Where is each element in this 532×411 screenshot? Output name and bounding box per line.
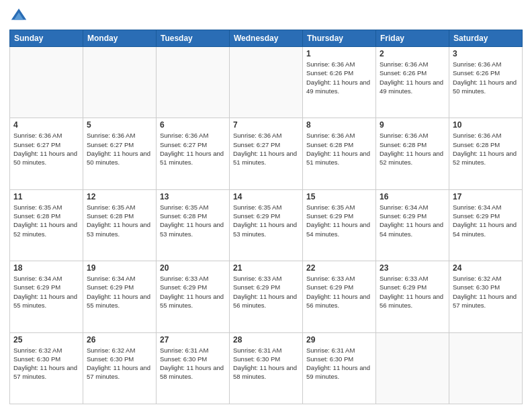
day-number: 9 [380, 120, 445, 130]
day-number: 17 [453, 192, 519, 201]
day-info: Sunrise: 6:36 AM Sunset: 6:27 PM Dayligh… [13, 131, 79, 167]
day-info: Sunrise: 6:36 AM Sunset: 6:26 PM Dayligh… [306, 60, 372, 95]
col-header-thursday: Thursday [303, 30, 376, 47]
day-info: Sunrise: 6:35 AM Sunset: 6:28 PM Dayligh… [13, 203, 79, 238]
calendar-cell: 14Sunrise: 6:35 AM Sunset: 6:29 PM Dayli… [230, 189, 303, 261]
day-info: Sunrise: 6:32 AM Sunset: 6:30 PM Dayligh… [87, 346, 152, 381]
calendar-cell: 10Sunrise: 6:36 AM Sunset: 6:28 PM Dayli… [449, 118, 523, 189]
day-info: Sunrise: 6:31 AM Sunset: 6:30 PM Dayligh… [233, 346, 299, 381]
calendar-cell: 18Sunrise: 6:34 AM Sunset: 6:29 PM Dayli… [10, 261, 83, 332]
day-number: 14 [233, 192, 299, 201]
calendar-cell: 19Sunrise: 6:34 AM Sunset: 6:29 PM Dayli… [83, 261, 157, 332]
day-info: Sunrise: 6:35 AM Sunset: 6:29 PM Dayligh… [306, 203, 372, 238]
day-number: 1 [306, 49, 372, 58]
calendar-cell [10, 47, 83, 118]
day-info: Sunrise: 6:34 AM Sunset: 6:29 PM Dayligh… [13, 274, 79, 310]
calendar-cell [449, 332, 523, 404]
day-info: Sunrise: 6:34 AM Sunset: 6:29 PM Dayligh… [380, 203, 445, 238]
day-number: 20 [160, 263, 226, 273]
day-number: 18 [13, 263, 79, 273]
day-number: 4 [13, 120, 79, 130]
calendar-cell: 1Sunrise: 6:36 AM Sunset: 6:26 PM Daylig… [303, 47, 376, 118]
day-info: Sunrise: 6:36 AM Sunset: 6:28 PM Dayligh… [380, 131, 445, 167]
calendar-cell: 5Sunrise: 6:36 AM Sunset: 6:27 PM Daylig… [83, 118, 157, 189]
day-info: Sunrise: 6:33 AM Sunset: 6:29 PM Dayligh… [160, 274, 226, 310]
day-number: 19 [87, 263, 152, 273]
day-number: 22 [306, 263, 372, 273]
day-info: Sunrise: 6:36 AM Sunset: 6:28 PM Dayligh… [306, 131, 372, 167]
day-info: Sunrise: 6:36 AM Sunset: 6:26 PM Dayligh… [453, 60, 519, 95]
day-number: 8 [306, 120, 372, 130]
day-info: Sunrise: 6:35 AM Sunset: 6:28 PM Dayligh… [160, 203, 226, 238]
calendar-cell [83, 47, 157, 118]
day-info: Sunrise: 6:34 AM Sunset: 6:29 PM Dayligh… [453, 203, 519, 238]
calendar-cell: 6Sunrise: 6:36 AM Sunset: 6:27 PM Daylig… [157, 118, 230, 189]
calendar-cell: 27Sunrise: 6:31 AM Sunset: 6:30 PM Dayli… [157, 332, 230, 404]
calendar-cell: 20Sunrise: 6:33 AM Sunset: 6:29 PM Dayli… [157, 261, 230, 332]
day-number: 5 [87, 120, 152, 130]
calendar-cell: 29Sunrise: 6:31 AM Sunset: 6:30 PM Dayli… [303, 332, 376, 404]
week-row-2: 11Sunrise: 6:35 AM Sunset: 6:28 PM Dayli… [10, 189, 523, 261]
col-header-wednesday: Wednesday [230, 30, 303, 47]
day-number: 2 [380, 49, 445, 58]
day-info: Sunrise: 6:31 AM Sunset: 6:30 PM Dayligh… [160, 346, 226, 381]
header [9, 7, 523, 26]
day-info: Sunrise: 6:35 AM Sunset: 6:28 PM Dayligh… [87, 203, 152, 238]
calendar-cell [230, 47, 303, 118]
day-number: 24 [453, 263, 519, 273]
day-info: Sunrise: 6:36 AM Sunset: 6:27 PM Dayligh… [160, 131, 226, 167]
week-row-0: 1Sunrise: 6:36 AM Sunset: 6:26 PM Daylig… [10, 47, 523, 118]
day-info: Sunrise: 6:36 AM Sunset: 6:27 PM Dayligh… [233, 131, 299, 167]
calendar-cell [376, 332, 449, 404]
page: SundayMondayTuesdayWednesdayThursdayFrid… [0, 0, 532, 411]
day-number: 12 [87, 192, 152, 201]
day-info: Sunrise: 6:32 AM Sunset: 6:30 PM Dayligh… [13, 346, 79, 381]
calendar-cell: 26Sunrise: 6:32 AM Sunset: 6:30 PM Dayli… [83, 332, 157, 404]
calendar-cell: 16Sunrise: 6:34 AM Sunset: 6:29 PM Dayli… [376, 189, 449, 261]
day-info: Sunrise: 6:36 AM Sunset: 6:28 PM Dayligh… [453, 131, 519, 167]
col-header-sunday: Sunday [10, 30, 83, 47]
calendar-cell: 11Sunrise: 6:35 AM Sunset: 6:28 PM Dayli… [10, 189, 83, 261]
day-number: 13 [160, 192, 226, 201]
calendar-cell: 21Sunrise: 6:33 AM Sunset: 6:29 PM Dayli… [230, 261, 303, 332]
week-row-3: 18Sunrise: 6:34 AM Sunset: 6:29 PM Dayli… [10, 261, 523, 332]
calendar-cell: 28Sunrise: 6:31 AM Sunset: 6:30 PM Dayli… [230, 332, 303, 404]
calendar-cell: 4Sunrise: 6:36 AM Sunset: 6:27 PM Daylig… [10, 118, 83, 189]
calendar-cell: 13Sunrise: 6:35 AM Sunset: 6:28 PM Dayli… [157, 189, 230, 261]
day-info: Sunrise: 6:32 AM Sunset: 6:30 PM Dayligh… [453, 274, 519, 310]
calendar-cell: 23Sunrise: 6:33 AM Sunset: 6:29 PM Dayli… [376, 261, 449, 332]
week-row-4: 25Sunrise: 6:32 AM Sunset: 6:30 PM Dayli… [10, 332, 523, 404]
calendar-cell: 25Sunrise: 6:32 AM Sunset: 6:30 PM Dayli… [10, 332, 83, 404]
day-number: 7 [233, 120, 299, 130]
calendar-cell: 12Sunrise: 6:35 AM Sunset: 6:28 PM Dayli… [83, 189, 157, 261]
day-number: 29 [306, 335, 372, 345]
day-number: 6 [160, 120, 226, 130]
calendar-cell: 7Sunrise: 6:36 AM Sunset: 6:27 PM Daylig… [230, 118, 303, 189]
day-info: Sunrise: 6:33 AM Sunset: 6:29 PM Dayligh… [380, 274, 445, 310]
week-row-1: 4Sunrise: 6:36 AM Sunset: 6:27 PM Daylig… [10, 118, 523, 189]
day-number: 16 [380, 192, 445, 201]
calendar-cell: 17Sunrise: 6:34 AM Sunset: 6:29 PM Dayli… [449, 189, 523, 261]
day-info: Sunrise: 6:36 AM Sunset: 6:26 PM Dayligh… [380, 60, 445, 95]
calendar-cell: 24Sunrise: 6:32 AM Sunset: 6:30 PM Dayli… [449, 261, 523, 332]
day-number: 23 [380, 263, 445, 273]
calendar-cell: 3Sunrise: 6:36 AM Sunset: 6:26 PM Daylig… [449, 47, 523, 118]
day-number: 11 [13, 192, 79, 201]
day-number: 10 [453, 120, 519, 130]
calendar-cell: 2Sunrise: 6:36 AM Sunset: 6:26 PM Daylig… [376, 47, 449, 118]
col-header-tuesday: Tuesday [157, 30, 230, 47]
day-number: 25 [13, 335, 79, 345]
day-number: 27 [160, 335, 226, 345]
day-number: 15 [306, 192, 372, 201]
col-header-friday: Friday [376, 30, 449, 47]
calendar-cell [157, 47, 230, 118]
day-info: Sunrise: 6:31 AM Sunset: 6:30 PM Dayligh… [306, 346, 372, 381]
day-info: Sunrise: 6:34 AM Sunset: 6:29 PM Dayligh… [87, 274, 152, 310]
logo [9, 7, 31, 26]
day-info: Sunrise: 6:35 AM Sunset: 6:29 PM Dayligh… [233, 203, 299, 238]
day-number: 28 [233, 335, 299, 345]
calendar-cell: 9Sunrise: 6:36 AM Sunset: 6:28 PM Daylig… [376, 118, 449, 189]
day-number: 26 [87, 335, 152, 345]
logo-icon [9, 7, 28, 26]
calendar-header-row: SundayMondayTuesdayWednesdayThursdayFrid… [10, 30, 523, 47]
